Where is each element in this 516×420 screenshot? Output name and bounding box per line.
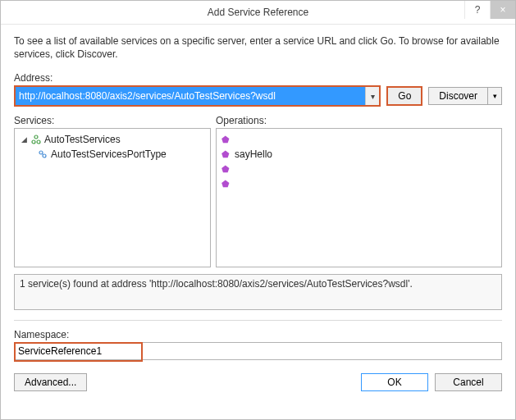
tree-node-service[interactable]: ◢ AutoTestServices	[15, 132, 210, 147]
operations-label: Operations:	[216, 115, 502, 126]
namespace-input-wrap	[14, 342, 502, 360]
svg-line-5	[42, 154, 43, 156]
discover-splitbutton[interactable]: Discover ▾	[428, 87, 502, 105]
list-item[interactable]: ⬟	[217, 162, 501, 176]
discover-dropdown[interactable]: ▾	[487, 87, 502, 105]
chevron-down-icon: ▾	[371, 92, 375, 101]
operation-icon: ⬟	[221, 180, 230, 189]
close-icon: ×	[500, 4, 505, 16]
namespace-label: Namespace:	[14, 329, 502, 340]
operations-column: Operations: ⬟ ⬟ sayHello ⬟ ⬟	[216, 115, 502, 267]
discover-button[interactable]: Discover	[428, 87, 487, 105]
svg-point-1	[32, 140, 35, 144]
advanced-button[interactable]: Advanced...	[14, 373, 87, 391]
tree-node-label: AutoTestServicesPortType	[51, 148, 167, 160]
list-item[interactable]: ⬟	[217, 176, 501, 191]
services-column: Services: ◢ AutoTestServices AutoTestSer	[14, 115, 211, 267]
address-combobox[interactable]: ▾	[14, 85, 381, 107]
help-icon: ?	[475, 4, 481, 16]
address-dropdown-button[interactable]: ▾	[365, 87, 379, 105]
svg-point-0	[34, 135, 38, 139]
list-item[interactable]: ⬟ sayHello	[217, 147, 501, 162]
address-row: ▾ Go Discover ▾	[14, 85, 502, 107]
tree-node-label: AutoTestServices	[44, 134, 121, 145]
dialog-title: Add Service Reference	[208, 7, 308, 18]
services-tree[interactable]: ◢ AutoTestServices AutoTestServicesPortT…	[14, 128, 211, 267]
address-input[interactable]	[16, 87, 365, 105]
list-item[interactable]: ⬟	[217, 132, 501, 147]
dialog-add-service-reference: Add Service Reference ? × To see a list …	[0, 0, 516, 420]
footer-buttons: Advanced... OK Cancel	[14, 373, 502, 391]
help-button[interactable]: ?	[464, 1, 490, 19]
namespace-input[interactable]	[14, 342, 502, 360]
tree-node-porttype[interactable]: AutoTestServicesPortType	[15, 147, 210, 162]
operations-list[interactable]: ⬟ ⬟ sayHello ⬟ ⬟	[216, 128, 502, 267]
go-button[interactable]: Go	[386, 86, 422, 106]
status-box: 1 service(s) found at address 'http://lo…	[14, 274, 502, 310]
ok-button[interactable]: OK	[361, 373, 428, 391]
status-text: 1 service(s) found at address 'http://lo…	[20, 278, 413, 290]
service-icon	[31, 135, 41, 144]
instructions-text: To see a list of available services on a…	[14, 34, 502, 61]
operation-icon: ⬟	[221, 150, 230, 159]
operation-icon: ⬟	[221, 135, 230, 144]
cancel-button[interactable]: Cancel	[435, 373, 502, 391]
tree-twisty-icon[interactable]: ◢	[20, 135, 28, 144]
address-label: Address:	[14, 72, 502, 84]
services-label: Services:	[14, 115, 211, 126]
separator	[14, 320, 502, 321]
chevron-down-icon: ▾	[493, 92, 497, 100]
operation-label: sayHello	[235, 148, 272, 160]
window-controls: ? ×	[464, 1, 515, 19]
porttype-icon	[38, 149, 48, 159]
svg-point-2	[37, 140, 40, 144]
titlebar: Add Service Reference ? ×	[1, 1, 515, 25]
dialog-body: To see a list of available services on a…	[1, 25, 515, 419]
operation-icon: ⬟	[221, 165, 230, 174]
close-button[interactable]: ×	[490, 1, 515, 19]
lists-row: Services: ◢ AutoTestServices AutoTestSer	[14, 115, 502, 267]
